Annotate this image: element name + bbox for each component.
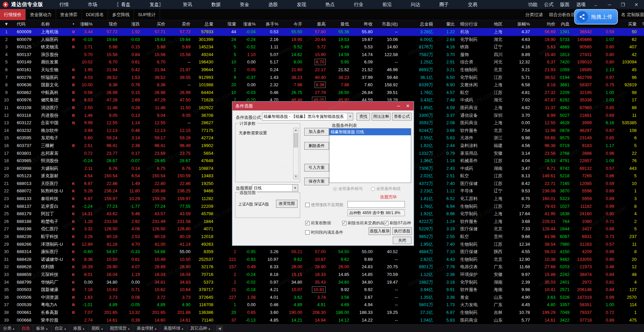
column-header[interactable]: 昨收 (351, 21, 374, 27)
scroll-left-icon[interactable]: ◀ (216, 325, 223, 331)
menu-item[interactable]: 行情 (59, 2, 69, 8)
scroll-up-icon[interactable]: ▲ (293, 128, 298, 133)
import-plan-button[interactable]: 引入方案 (304, 164, 329, 172)
column-header[interactable]: 量比 (434, 21, 456, 27)
column-header[interactable]: 均价 (531, 21, 557, 27)
bottom-tab[interactable]: 其它品种▲ (187, 325, 214, 332)
column-header[interactable]: 代码 (13, 21, 37, 27)
menu-item[interactable]: 市场 (88, 2, 97, 8)
add-condition-button[interactable]: 加入条件 (304, 128, 329, 136)
period-combobox[interactable]: 日线▼ (252, 184, 298, 192)
bottom-tab[interactable]: 自选 (18, 325, 33, 332)
toolbar-right-item[interactable]: 分类过滤 (525, 9, 545, 20)
column-header[interactable]: 总金额 (399, 21, 434, 27)
column-header[interactable]: 换手% (257, 21, 280, 27)
menu-item[interactable]: 〖看盘 (116, 2, 130, 8)
table-row[interactable]: 34688799华纳药厂K0.0034.800.0034.8134.835373… (0, 279, 644, 286)
checkbox-icon[interactable] (342, 221, 346, 225)
radio-icon[interactable] (371, 187, 375, 191)
menu-item[interactable]: 资讯 (183, 2, 192, 8)
column-header[interactable]: 市盈(动) (374, 21, 399, 27)
table-row[interactable]: 38000661长春高新R7.07201.6513.32201.65201.88… (0, 309, 644, 317)
column-header[interactable]: 买量 (615, 21, 638, 27)
column-header[interactable]: 振幅% (510, 21, 531, 27)
checkbox-time-range[interactable]: 时间段内满足条件 (305, 230, 343, 235)
toolbar-right-item[interactable]: 定制版面 (627, 9, 644, 20)
drag-upload-overlay[interactable]: 拖拽上传 (574, 9, 618, 25)
table-row[interactable]: 3600125铁龙物流R2.715.680.155.685.691452345-… (0, 43, 644, 51)
table-row[interactable]: 7600276恒瑞医药R4.0339.521.5339.5239.5591299… (0, 74, 644, 82)
table-row[interactable]: 4600137浪莎股份5.7015.580.8415.5615.58492445… (0, 51, 644, 59)
delete-condition-button[interactable]: 删除条件 (304, 142, 329, 150)
quote-tab[interactable]: 行情报价 (0, 9, 26, 20)
table-row[interactable]: 8600636国新文化R10.008.360.768.36--101988200… (0, 81, 644, 89)
table-row[interactable]: 37000539粤电力AR-1.014.89-0.054.894.9011670… (0, 301, 644, 309)
quote-tab[interactable]: 资金博弈 (56, 9, 82, 20)
column-header[interactable]: 最低 (327, 21, 351, 27)
view-formula-button[interactable]: 查看公式 (392, 113, 412, 121)
toolbar-right-item[interactable]: 名 (621, 9, 627, 20)
column-header[interactable]: 涨幅% (78, 21, 94, 27)
scrollbar-thumb[interactable] (294, 133, 298, 147)
formula-combobox[interactable]: 稳赢智能选股 - 【稳赢】黑马专属智能选股系▼ (262, 113, 353, 121)
radio-all-or[interactable]: 全部条件相或 (371, 186, 400, 192)
menu-item[interactable]: 问达 (411, 2, 420, 8)
dialog-minimize-icon[interactable]: ─ (395, 102, 401, 110)
table-row[interactable]: 1600009上海机场R3.4457.721.9257.7157.7257933… (0, 28, 644, 36)
save-plan-button[interactable]: 保存方案 (304, 178, 329, 185)
menu-item[interactable]: 交易 (468, 2, 477, 8)
column-header[interactable]: 涨速% (237, 21, 257, 27)
menu-item[interactable]: 行业 (354, 2, 363, 8)
column-header[interactable]: 卖价 (167, 21, 192, 27)
quote-tab[interactable]: SUP统计 (134, 9, 160, 20)
radio-icon[interactable] (333, 187, 337, 191)
minimize-icon[interactable]: ─ (606, 2, 612, 7)
table-row[interactable]: 6600161天坛生物R1.9521.940.4221.9421.9739644… (0, 66, 644, 74)
menu-item[interactable]: 选项 (576, 2, 586, 8)
column-header[interactable]: 内盘 (557, 21, 571, 27)
close-icon[interactable]: ✕ (633, 2, 639, 7)
quote-tab[interactable]: DDE排名 (82, 9, 108, 20)
column-header[interactable]: 最高 (304, 21, 327, 27)
table-row[interactable]: 32688628优利德K16.3928.904.0728.8928.903217… (0, 263, 644, 271)
bottom-tab[interactable]: 美股环球▲ (160, 325, 187, 332)
scroll-down-icon[interactable]: ▼ (293, 174, 298, 179)
chevron-down-icon[interactable]: ▼ (347, 113, 353, 120)
column-header[interactable]: ? (638, 21, 644, 27)
checkbox-icon[interactable] (305, 221, 310, 225)
change-range-button[interactable]: 改变范围 (276, 200, 298, 208)
column-header[interactable]: 现价 (94, 21, 119, 27)
column-header[interactable]: • (69, 21, 78, 27)
table-row[interactable]: 33688659元琛科技K8.0116.041.1916.0316.047071… (0, 271, 644, 279)
table-row[interactable]: 35000503国新健康R7.1610.630.7110.6210.643787… (0, 286, 644, 294)
column-header[interactable]: 现量 (215, 21, 237, 27)
checkbox-icon[interactable] (384, 221, 388, 225)
menu-item[interactable]: 资金 (240, 2, 249, 8)
column-header[interactable]: ▼ (0, 21, 13, 27)
menu-item[interactable]: 选股 (268, 2, 278, 8)
table-row[interactable]: 9600862中航高科R0.5626.990.1526.9826.9964404… (0, 89, 644, 97)
table-row[interactable]: 5600149廊坊发展10.026.700.616.70--196430100.… (0, 58, 644, 66)
toolbar-right-item[interactable]: 自选 (566, 9, 574, 20)
menu-item[interactable]: 功能 (528, 2, 537, 8)
bottom-tab[interactable]: 板块▲ (33, 325, 52, 332)
quote-tab[interactable]: 资金驱动力 (26, 9, 56, 20)
checkbox-forward-adjusted[interactable]: 前复权数据 (305, 220, 331, 226)
column-header[interactable]: 名称 (37, 21, 69, 27)
table-row[interactable]: 31688428诺诚健华-UK8.3610.500.8110.4910.5025… (0, 256, 644, 264)
column-header[interactable]: 买价 (141, 21, 167, 27)
bottom-tab[interactable]: 期货现货▲ (107, 325, 134, 332)
checkbox-icon[interactable] (305, 230, 310, 235)
column-header[interactable]: 细分行业 (456, 21, 490, 27)
bottom-tab[interactable]: 基金理财▲ (134, 325, 161, 332)
dialog-title[interactable]: 条件选股 (232, 102, 414, 110)
close-button[interactable]: 关闭 (393, 237, 412, 244)
bottom-tab[interactable]: 港股▲ (70, 325, 89, 332)
menu-item[interactable]: 复盘〗 (150, 2, 164, 8)
updown-period-input[interactable] (347, 201, 405, 208)
checkbox-exclude-st[interactable]: 剔除ST品种 (384, 220, 411, 226)
menu-item[interactable]: 版面 (560, 2, 570, 8)
usage-note-button[interactable]: 用法注释 (372, 113, 390, 121)
table-row[interactable]: 30688314康拓医疗K-0.6054.67-0.3354.6855.0083… (0, 248, 644, 256)
table-row[interactable]: 2600079人福医药R-0.1519.64-0.0319.6319.64301… (0, 36, 644, 44)
